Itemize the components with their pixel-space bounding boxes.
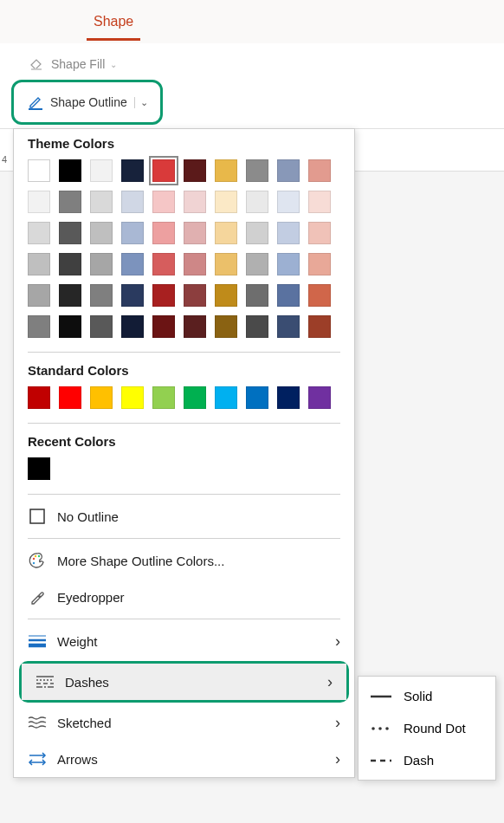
svg-point-19 (385, 727, 389, 730)
color-swatch[interactable] (28, 457, 50, 480)
color-swatch[interactable] (121, 191, 144, 213)
color-swatch[interactable] (277, 191, 300, 213)
tab-bar: Shape (0, 0, 504, 43)
weight-icon (28, 632, 47, 651)
color-swatch[interactable] (121, 386, 144, 409)
color-swatch[interactable] (277, 386, 300, 409)
color-swatch[interactable] (90, 386, 113, 409)
divider (28, 538, 340, 539)
color-swatch[interactable] (308, 386, 331, 409)
color-swatch[interactable] (246, 222, 268, 244)
color-swatch[interactable] (215, 315, 237, 338)
color-swatch[interactable] (308, 159, 331, 182)
sketched-item[interactable]: Sketched › (14, 704, 354, 741)
color-swatch[interactable] (184, 386, 206, 409)
svg-point-4 (35, 555, 36, 557)
color-swatch[interactable] (90, 315, 113, 338)
color-swatch[interactable] (215, 253, 237, 275)
color-swatch[interactable] (90, 159, 113, 182)
shape-outline-dropdown: Theme Colors Standard Colors Recent Colo… (13, 128, 355, 778)
standard-color-grid (28, 385, 340, 416)
color-swatch[interactable] (152, 284, 175, 307)
color-swatch[interactable] (59, 159, 81, 182)
color-swatch[interactable] (246, 386, 268, 409)
color-swatch[interactable] (59, 253, 81, 275)
color-swatch[interactable] (152, 191, 175, 213)
no-outline-item[interactable]: No Outline (14, 498, 354, 535)
color-swatch[interactable] (90, 284, 113, 307)
shape-fill-button[interactable]: Shape Fill ⌄ (20, 50, 500, 78)
more-colors-item[interactable]: More Shape Outline Colors... (14, 542, 354, 579)
color-swatch[interactable] (28, 284, 50, 307)
color-swatch[interactable] (246, 191, 268, 213)
color-swatch[interactable] (184, 191, 206, 213)
color-swatch[interactable] (152, 253, 175, 275)
recent-colors-title: Recent Colors (28, 434, 340, 449)
dash-dash-item[interactable]: Dash (359, 744, 495, 776)
color-swatch[interactable] (28, 159, 50, 182)
color-swatch[interactable] (59, 284, 81, 307)
color-swatch[interactable] (152, 222, 175, 244)
color-swatch[interactable] (184, 253, 206, 275)
color-swatch[interactable] (184, 222, 206, 244)
tab-shape[interactable]: Shape (87, 3, 140, 41)
dash-solid-item[interactable]: Solid (359, 680, 495, 712)
color-swatch[interactable] (152, 386, 175, 409)
color-swatch[interactable] (28, 191, 50, 213)
color-swatch[interactable] (121, 315, 144, 338)
color-swatch[interactable] (277, 159, 300, 182)
color-swatch[interactable] (152, 315, 175, 338)
color-swatch[interactable] (277, 253, 300, 275)
dash-round-dot-item[interactable]: Round Dot (359, 712, 495, 744)
color-swatch[interactable] (215, 159, 237, 182)
color-swatch[interactable] (246, 284, 268, 307)
color-swatch[interactable] (246, 253, 268, 275)
color-swatch[interactable] (308, 222, 331, 244)
color-swatch[interactable] (246, 159, 268, 182)
color-swatch[interactable] (59, 222, 81, 244)
color-swatch[interactable] (308, 191, 331, 213)
color-swatch[interactable] (308, 284, 331, 307)
color-swatch[interactable] (308, 315, 331, 338)
color-swatch[interactable] (90, 222, 113, 244)
color-swatch[interactable] (90, 253, 113, 275)
chevron-down-icon: ⌄ (110, 60, 117, 69)
color-swatch[interactable] (121, 284, 144, 307)
color-swatch[interactable] (121, 159, 144, 182)
arrows-item[interactable]: Arrows › (14, 741, 354, 777)
svg-point-5 (38, 555, 40, 557)
color-swatch[interactable] (277, 284, 300, 307)
color-swatch[interactable] (90, 191, 113, 213)
color-swatch[interactable] (152, 159, 175, 182)
color-swatch[interactable] (184, 159, 206, 182)
color-swatch[interactable] (308, 253, 331, 275)
color-swatch[interactable] (59, 386, 81, 409)
color-swatch[interactable] (215, 284, 237, 307)
color-swatch[interactable] (215, 191, 237, 213)
color-swatch[interactable] (28, 222, 50, 244)
color-swatch[interactable] (28, 386, 50, 409)
chevron-right-icon: › (335, 632, 340, 651)
color-swatch[interactable] (277, 315, 300, 338)
shape-outline-button[interactable]: Shape Outline ⌄ (17, 86, 157, 119)
eyedropper-label: Eyedropper (57, 590, 125, 605)
color-swatch[interactable] (28, 315, 50, 338)
divider (28, 423, 340, 424)
color-swatch[interactable] (28, 253, 50, 275)
dashes-item[interactable]: Dashes › (22, 664, 346, 700)
arrows-icon (28, 749, 47, 768)
color-swatch[interactable] (184, 315, 206, 338)
color-swatch[interactable] (215, 222, 237, 244)
no-outline-icon (28, 507, 47, 526)
color-swatch[interactable] (184, 284, 206, 307)
eyedropper-item[interactable]: Eyedropper (14, 579, 354, 615)
color-swatch[interactable] (121, 253, 144, 275)
color-swatch[interactable] (59, 191, 81, 213)
weight-item[interactable]: Weight › (14, 623, 354, 659)
round-dot-label: Round Dot (404, 721, 466, 736)
color-swatch[interactable] (215, 386, 237, 409)
color-swatch[interactable] (246, 315, 268, 338)
color-swatch[interactable] (59, 315, 81, 338)
color-swatch[interactable] (121, 222, 144, 244)
color-swatch[interactable] (277, 222, 300, 244)
